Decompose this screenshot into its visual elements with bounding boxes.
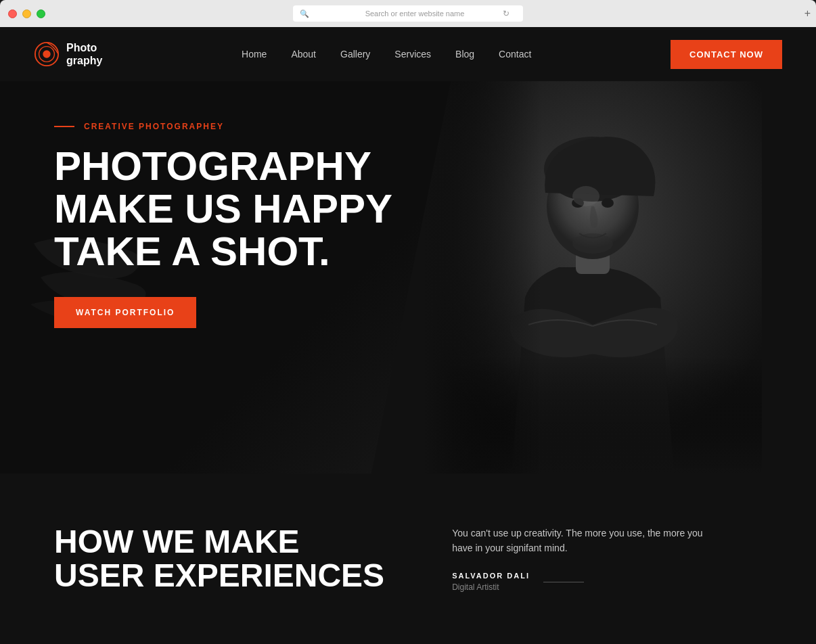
hero-title: PHOTOGRAPHY MAKE US HAPPY TAKE A SHOT. <box>54 145 392 273</box>
reload-icon[interactable]: ↻ <box>503 9 509 18</box>
nav-link-gallery[interactable]: Gallery <box>340 49 370 60</box>
address-bar-text: Search or enter website name <box>313 9 516 18</box>
subtitle-line-decoration <box>54 126 74 127</box>
bottom-left-content: HOW WE MAKE USER EXPERIENCES <box>54 525 384 593</box>
hero-title-line3: TAKE A SHOT. <box>54 229 330 274</box>
nav-link-home[interactable]: Home <box>242 49 267 60</box>
nav-link-services[interactable]: Services <box>394 49 431 60</box>
author-name: SALVADOR DALI <box>452 572 530 580</box>
nav-link-blog[interactable]: Blog <box>455 49 474 60</box>
svg-point-2 <box>43 50 50 58</box>
logo-text: Photo graphy <box>66 41 102 67</box>
website-content: Photo graphy Home About Gallery Services… <box>0 27 816 644</box>
window-chrome: 🔍 Search or enter website name ↻ + <box>0 0 816 27</box>
author-section: SALVADOR DALI Digital Artistit <box>452 572 723 592</box>
traffic-light-yellow[interactable] <box>22 9 31 18</box>
hero-person-image <box>424 81 762 474</box>
hero-content: CREATIVE PHOTOGRAPHEY PHOTOGRAPHY MAKE U… <box>54 122 392 328</box>
how-we-title-line2: USER EXPERIENCES <box>54 557 384 593</box>
hero-subtitle-text: CREATIVE PHOTOGRAPHEY <box>84 122 224 131</box>
hero-subtitle: CREATIVE PHOTOGRAPHEY <box>54 122 392 131</box>
new-tab-button[interactable]: + <box>804 7 811 20</box>
svg-rect-12 <box>424 81 762 474</box>
author-title: Digital Artistit <box>452 582 530 592</box>
hero-section: CREATIVE PHOTOGRAPHEY PHOTOGRAPHY MAKE U… <box>0 81 816 474</box>
how-we-title: HOW WE MAKE USER EXPERIENCES <box>54 525 384 593</box>
bottom-section: HOW WE MAKE USER EXPERIENCES You can't u… <box>0 474 816 644</box>
navbar: Photo graphy Home About Gallery Services… <box>0 27 816 81</box>
author-line-decoration <box>543 582 584 582</box>
hero-title-line1: PHOTOGRAPHY <box>54 143 371 189</box>
logo-icon <box>34 41 60 67</box>
traffic-lights <box>8 9 45 18</box>
search-icon: 🔍 <box>300 9 309 18</box>
address-bar[interactable]: 🔍 Search or enter website name ↻ <box>293 5 523 22</box>
logo: Photo graphy <box>34 41 102 67</box>
watch-portfolio-button[interactable]: WATCH PORTFOLIO <box>54 297 196 328</box>
bottom-right-content: You can't use up creativity. The more yo… <box>452 526 723 593</box>
nav-link-contact[interactable]: Contact <box>499 49 531 60</box>
author-info: SALVADOR DALI Digital Artistit <box>452 572 530 592</box>
how-we-title-line1: HOW WE MAKE <box>54 524 300 559</box>
contact-now-button[interactable]: CONTACT NOW <box>671 40 782 69</box>
nav-link-about[interactable]: About <box>291 49 316 60</box>
nav-links: Home About Gallery Services Blog Contact <box>242 49 531 60</box>
quote-text: You can't use up creativity. The more yo… <box>452 526 723 556</box>
traffic-light-red[interactable] <box>8 9 17 18</box>
hero-title-line2: MAKE US HAPPY <box>54 186 392 231</box>
traffic-light-green[interactable] <box>37 9 45 18</box>
